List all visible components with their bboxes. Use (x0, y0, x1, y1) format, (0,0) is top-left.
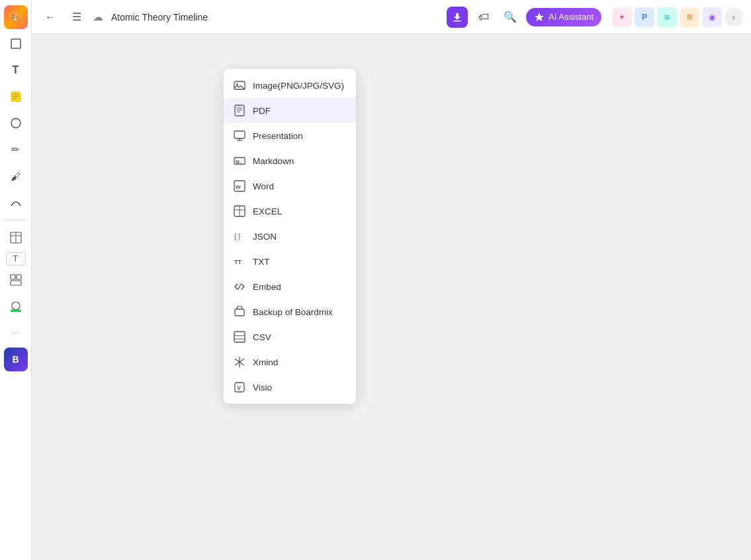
svg-text:V: V (237, 385, 241, 391)
sidebar-item-brush[interactable]: 🖌 (4, 164, 28, 188)
topbar-icon-orange[interactable]: ⊞ (680, 7, 699, 27)
image-icon (233, 79, 246, 92)
sidebar-item-layout[interactable] (4, 268, 28, 292)
pdf-icon (233, 104, 246, 117)
svg-rect-32 (234, 332, 245, 342)
menu-button[interactable]: ☰ (66, 7, 87, 28)
svg-text:W: W (236, 184, 241, 190)
canvas-container: Image(PNG/JPG/SVG) PDF Presentation M↓ M… (32, 34, 751, 560)
svg-text:TT: TT (234, 259, 242, 265)
sidebar-item-text2[interactable]: T (6, 252, 26, 265)
export-word-item[interactable]: W Word (224, 173, 356, 199)
back-button[interactable]: ← (40, 7, 61, 28)
export-csv-label: CSV (253, 332, 271, 342)
svg-rect-18 (234, 131, 245, 138)
export-dropdown: Image(PNG/JPG/SVG) PDF Presentation M↓ M… (224, 69, 356, 404)
main-area: ← ☰ ☁ Atomic Theory Timeline 🏷 🔍 AI Assi… (32, 0, 751, 560)
xmind-icon (233, 355, 246, 369)
search-button[interactable]: 🔍 (500, 7, 521, 28)
export-json-item[interactable]: { } JSON (224, 224, 356, 249)
sidebar-item-pen[interactable]: ✏ (4, 138, 28, 162)
collapse-button[interactable]: ‹ (725, 8, 743, 26)
svg-rect-17 (235, 105, 244, 116)
visio-icon: V (233, 381, 246, 394)
svg-line-30 (238, 284, 241, 289)
svg-text:{ }: { } (234, 233, 241, 240)
export-txt-item[interactable]: TT TXT (224, 249, 356, 274)
sidebar-item-shape[interactable] (4, 111, 28, 135)
export-excel-item[interactable]: EXCEL (224, 199, 356, 224)
ai-assistant-button[interactable]: AI Assistant (526, 8, 601, 26)
svg-rect-9 (11, 275, 15, 279)
sidebar-item-sticky[interactable] (4, 85, 28, 109)
sidebar-item-plugin[interactable]: B (4, 348, 28, 371)
export-xmind-item[interactable]: Xmind (224, 350, 356, 375)
svg-point-5 (11, 118, 21, 128)
export-visio-label: Visio (253, 383, 272, 393)
topbar-icon-teal[interactable]: ≋ (657, 7, 677, 27)
csv-icon (233, 330, 246, 344)
svg-rect-10 (17, 275, 21, 279)
excel-icon (233, 205, 246, 218)
export-image-label: Image(PNG/JPG/SVG) (253, 81, 344, 91)
txt-icon: TT (233, 255, 246, 268)
export-embed-label: Embed (253, 282, 281, 292)
export-txt-label: TXT (253, 257, 270, 267)
sidebar-item-text[interactable]: T (4, 58, 28, 82)
ai-assistant-label: AI Assistant (549, 12, 594, 22)
tag-button[interactable]: 🏷 (473, 7, 494, 28)
sidebar-item-frame[interactable] (4, 32, 28, 56)
backup-icon (233, 305, 246, 318)
document-title: Atomic Theory Timeline (111, 12, 441, 23)
json-icon: { } (233, 230, 246, 243)
sidebar-item-color[interactable] (4, 295, 28, 318)
cloud-icon: ☁ (93, 11, 103, 23)
export-pdf-item[interactable]: PDF (224, 98, 356, 123)
export-xmind-label: Xmind (253, 357, 278, 367)
sidebar-item-table[interactable] (4, 226, 28, 250)
svg-rect-13 (11, 310, 21, 312)
export-pdf-label: PDF (253, 106, 271, 116)
topbar-right-icons: ✦ P ≋ ⊞ ◉ ‹ (612, 7, 743, 27)
sidebar-item-gradient[interactable]: 🎨 (4, 5, 28, 29)
download-button[interactable] (447, 7, 468, 28)
export-presentation-item[interactable]: Presentation (224, 123, 356, 148)
export-visio-item[interactable]: V Visio (224, 375, 356, 400)
word-icon: W (233, 179, 246, 193)
svg-rect-0 (11, 39, 21, 48)
export-csv-item[interactable]: CSV (224, 324, 356, 350)
svg-rect-31 (235, 309, 244, 316)
export-backup-label: Backup of Boardmix (253, 307, 333, 317)
sidebar-item-more[interactable]: ··· (4, 321, 28, 345)
topbar-icon-blue[interactable]: P (635, 7, 654, 27)
export-image-item[interactable]: Image(PNG/JPG/SVG) (224, 73, 356, 98)
export-presentation-label: Presentation (253, 131, 303, 141)
export-markdown-label: Markdown (253, 156, 294, 166)
markdown-icon: M↓ (233, 154, 246, 167)
export-embed-item[interactable]: Embed (224, 274, 356, 299)
svg-point-16 (236, 83, 238, 85)
svg-point-12 (12, 302, 20, 310)
topbar-icon-pink[interactable]: ✦ (612, 7, 632, 27)
svg-rect-11 (11, 281, 21, 285)
svg-text:M↓: M↓ (236, 160, 242, 164)
sidebar: 🎨 T ✏ 🖌 T (0, 0, 32, 560)
export-json-label: JSON (253, 232, 277, 242)
sidebar-item-curve[interactable] (4, 191, 28, 214)
export-backup-item[interactable]: Backup of Boardmix (224, 299, 356, 324)
presentation-icon (233, 129, 246, 142)
export-word-label: Word (253, 181, 274, 191)
svg-rect-14 (453, 21, 461, 22)
embed-icon (233, 280, 246, 293)
export-excel-label: EXCEL (253, 207, 282, 216)
export-markdown-item[interactable]: M↓ Markdown (224, 148, 356, 173)
topbar-icon-purple[interactable]: ◉ (702, 7, 722, 27)
topbar: ← ☰ ☁ Atomic Theory Timeline 🏷 🔍 AI Assi… (32, 0, 751, 34)
